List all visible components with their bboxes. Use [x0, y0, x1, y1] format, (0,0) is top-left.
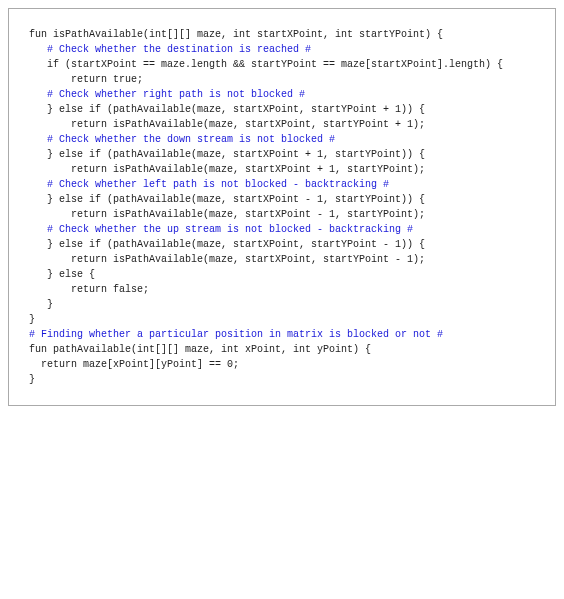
code-line: return true; [29, 72, 535, 87]
code-line: if (startXPoint == maze.length && startY… [29, 57, 535, 72]
code-line: } [29, 312, 535, 327]
code-line: } [29, 297, 535, 312]
code-line: return isPathAvailable(maze, startXPoint… [29, 162, 535, 177]
code-comment: # Check whether left path is not blocked… [29, 177, 535, 192]
code-line: fun isPathAvailable(int[][] maze, int st… [29, 27, 535, 42]
code-line: } else { [29, 267, 535, 282]
code-comment: # Check whether the down stream is not b… [29, 132, 535, 147]
code-line: return false; [29, 282, 535, 297]
code-line: fun pathAvailable(int[][] maze, int xPoi… [29, 342, 535, 357]
code-comment: # Finding whether a particular position … [29, 327, 535, 342]
code-comment: # Check whether the destination is reach… [29, 42, 535, 57]
code-line: } else if (pathAvailable(maze, startXPoi… [29, 102, 535, 117]
code-line: return isPathAvailable(maze, startXPoint… [29, 252, 535, 267]
code-block: fun isPathAvailable(int[][] maze, int st… [8, 8, 556, 406]
code-line: } else if (pathAvailable(maze, startXPoi… [29, 147, 535, 162]
code-comment: # Check whether right path is not blocke… [29, 87, 535, 102]
code-line: } else if (pathAvailable(maze, startXPoi… [29, 192, 535, 207]
code-line: return isPathAvailable(maze, startXPoint… [29, 117, 535, 132]
code-line: return isPathAvailable(maze, startXPoint… [29, 207, 535, 222]
code-line: } [29, 372, 535, 387]
code-line: } else if (pathAvailable(maze, startXPoi… [29, 237, 535, 252]
code-comment: # Check whether the up stream is not blo… [29, 222, 535, 237]
code-line: return maze[xPoint][yPoint] == 0; [29, 357, 535, 372]
